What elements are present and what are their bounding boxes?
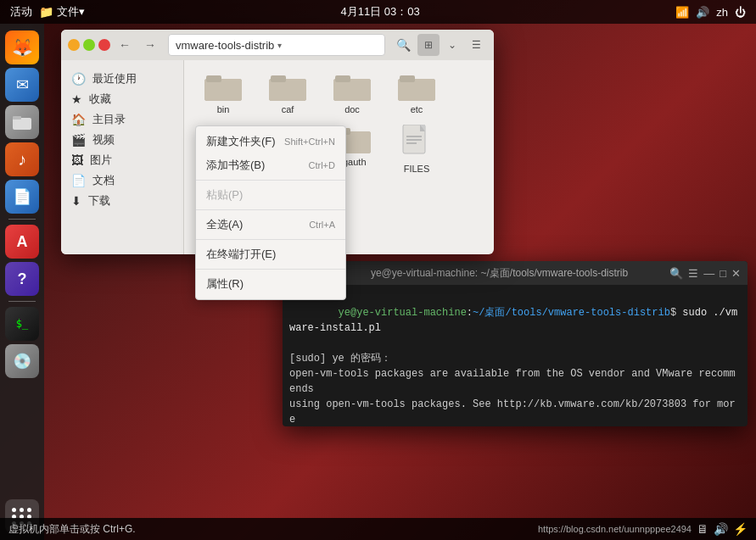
grid-view-button[interactable]: ⊞ bbox=[417, 34, 440, 56]
view-buttons: ⊞ ⌄ ☰ bbox=[417, 34, 487, 56]
context-menu: 新建文件夹(F) Shift+Ctrl+N 添加书签(B) Ctrl+D 粘贴(… bbox=[195, 125, 346, 300]
folder-name-bin: bin bbox=[217, 104, 230, 114]
terminal-line-4: using open-vm-tools packages. See http:/… bbox=[289, 397, 741, 426]
sidebar-item-documents[interactable]: 📄 文档 bbox=[61, 170, 183, 191]
list-view-button[interactable]: ☰ bbox=[465, 34, 487, 56]
ctx-select-all-shortcut: Ctrl+A bbox=[309, 220, 335, 230]
sidebar-label-home: 主目录 bbox=[92, 112, 126, 127]
file-manager-sidebar: 🕐 最近使用 ★ 收藏 🏠 主目录 🎬 视频 bbox=[61, 60, 184, 254]
path-label: vmware-tools-distrib bbox=[176, 39, 274, 52]
terminal-max-icon[interactable]: □ bbox=[720, 267, 726, 280]
search-button[interactable]: 🔍 bbox=[392, 34, 414, 56]
sidebar-item-bookmarks[interactable]: ★ 收藏 bbox=[61, 89, 183, 109]
sound-icon: 🔊 bbox=[696, 6, 709, 19]
forward-button[interactable]: → bbox=[139, 34, 161, 56]
documents-icon: 📄 bbox=[71, 174, 86, 187]
dock: 🦊 ✉ ♪ 📄 A ? $_ 💿 bbox=[0, 24, 44, 540]
terminal-colon-1: : bbox=[467, 307, 473, 319]
sidebar-label-documents: 文档 bbox=[92, 173, 115, 188]
power-icon: ⏻ bbox=[735, 6, 746, 19]
dock-icon-rhythmbox[interactable]: ♪ bbox=[5, 142, 39, 176]
folder-bin[interactable]: bin bbox=[193, 69, 254, 118]
terminal-close-icon[interactable]: ✕ bbox=[731, 267, 741, 280]
video-icon: 🎬 bbox=[71, 133, 86, 147]
svg-rect-4 bbox=[206, 75, 221, 82]
sidebar-section-recent: 🕐 最近使用 ★ 收藏 🏠 主目录 🎬 视频 bbox=[61, 67, 183, 213]
sidebar-item-recent[interactable]: 🕐 最近使用 bbox=[61, 69, 183, 89]
dock-icon-dvd[interactable]: 💿 bbox=[5, 344, 39, 378]
topbar-right: 📶 🔊 zh ⏻ bbox=[675, 6, 746, 19]
dock-icon-software-center[interactable]: A bbox=[5, 225, 39, 259]
downloads-icon: ⬇ bbox=[71, 194, 81, 208]
file-manager-titlebar: − + × ← → vmware-tools-distrib ▾ 🔍 ⊞ ⌄ ☰ bbox=[61, 30, 494, 60]
sidebar-label-downloads: 下载 bbox=[88, 193, 110, 209]
dock-icon-files[interactable] bbox=[5, 105, 39, 139]
sidebar-label-bookmarks: 收藏 bbox=[89, 92, 111, 107]
chevron-button[interactable]: ⌄ bbox=[441, 34, 463, 56]
network-icon: 📶 bbox=[675, 6, 689, 19]
path-bar[interactable]: vmware-tools-distrib ▾ bbox=[168, 34, 385, 56]
ctx-new-folder[interactable]: 新建文件夹(F) Shift+Ctrl+N bbox=[196, 130, 345, 153]
folder-icon-caf bbox=[269, 72, 306, 103]
folder-doc[interactable]: doc bbox=[322, 69, 383, 118]
ctx-select-all-label: 全选(A) bbox=[206, 217, 243, 232]
ctx-separator-1 bbox=[196, 180, 345, 181]
ctx-add-bookmark-shortcut: Ctrl+D bbox=[309, 160, 335, 170]
terminal-prompt-1: ye@ye-virtual-machine bbox=[339, 307, 467, 319]
ctx-separator-3 bbox=[196, 239, 345, 240]
minimize-button[interactable]: − bbox=[68, 39, 80, 51]
file-name-files: FILES bbox=[404, 164, 430, 174]
file-menu[interactable]: 📁 文件▾ bbox=[39, 4, 85, 19]
terminal-min-icon[interactable]: — bbox=[703, 267, 714, 280]
bottombar-icon-2: 🔊 bbox=[714, 522, 728, 536]
dock-separator bbox=[8, 219, 36, 220]
terminal-line-3: open-vm-tools packages are available fro… bbox=[289, 366, 741, 397]
file-files[interactable]: FILES bbox=[386, 121, 447, 177]
sidebar-label-video: 视频 bbox=[92, 132, 115, 148]
dock-icon-firefox[interactable]: 🦊 bbox=[5, 31, 39, 64]
datetime-label: 4月11日 03：03 bbox=[341, 5, 420, 18]
ctx-separator-2 bbox=[196, 209, 345, 210]
dock-icon-terminal[interactable]: $_ bbox=[5, 307, 39, 341]
ctx-paste-label: 粘贴(P) bbox=[206, 187, 243, 203]
sidebar-item-pictures[interactable]: 🖼 图片 bbox=[61, 150, 183, 170]
terminal-titlebar: ye@ye-virtual-machine: ~/桌面/tools/vmware… bbox=[283, 261, 748, 285]
terminal-menu-icon[interactable]: ☰ bbox=[688, 267, 698, 280]
file-menu-label: 文件▾ bbox=[57, 4, 85, 19]
bottombar-icon-1: 🖥 bbox=[697, 522, 708, 536]
ctx-open-terminal[interactable]: 在终端打开(E) bbox=[196, 242, 345, 266]
folder-icon-etc bbox=[398, 72, 435, 103]
sidebar-label-recent: 最近使用 bbox=[92, 71, 137, 86]
terminal-search-icon[interactable]: 🔍 bbox=[669, 267, 683, 280]
close-button[interactable]: × bbox=[98, 39, 110, 51]
terminal-body[interactable]: ye@ye-virtual-machine:~/桌面/tools/vmware-… bbox=[283, 285, 748, 426]
dock-icon-help[interactable]: ? bbox=[5, 262, 39, 296]
bottombar-icons: https://blog.csdn.net/uunnpppee2494 🖥 🔊 … bbox=[538, 522, 748, 536]
ctx-select-all[interactable]: 全选(A) Ctrl+A bbox=[196, 213, 345, 237]
back-button[interactable]: ← bbox=[114, 34, 136, 56]
bottombar-icon-3: ⚡ bbox=[733, 522, 748, 536]
terminal-path-1: ~/桌面/tools/vmware-tools-distrib bbox=[473, 307, 670, 319]
ctx-new-folder-shortcut: Shift+Ctrl+N bbox=[284, 136, 335, 147]
ctx-add-bookmark[interactable]: 添加书签(B) Ctrl+D bbox=[196, 153, 345, 177]
sidebar-item-downloads[interactable]: ⬇ 下载 bbox=[61, 191, 183, 211]
sidebar-item-video[interactable]: 🎬 视频 bbox=[61, 130, 183, 150]
terminal-line-1: ye@ye-virtual-machine:~/桌面/tools/vmware-… bbox=[289, 290, 741, 351]
maximize-button[interactable]: + bbox=[83, 39, 95, 51]
ctx-add-bookmark-label: 添加书签(B) bbox=[206, 158, 265, 173]
bottombar: 虚拟机内部单击或按 Ctrl+G. https://blog.csdn.net/… bbox=[0, 518, 756, 540]
terminal-icon-buttons: 🔍 ☰ — □ ✕ bbox=[669, 267, 741, 280]
folder-caf[interactable]: caf bbox=[257, 69, 318, 118]
ctx-new-folder-label: 新建文件夹(F) bbox=[206, 134, 276, 149]
folder-etc[interactable]: etc bbox=[386, 69, 447, 118]
ctx-properties[interactable]: 属性(R) bbox=[196, 272, 345, 296]
terminal-window: ye@ye-virtual-machine: ~/桌面/tools/vmware… bbox=[283, 261, 748, 426]
folder-name-doc: doc bbox=[344, 104, 360, 114]
lang-indicator[interactable]: zh bbox=[716, 6, 728, 19]
activities-button[interactable]: 活动 bbox=[10, 4, 32, 19]
sidebar-item-home[interactable]: 🏠 主目录 bbox=[61, 109, 183, 130]
svg-rect-1 bbox=[13, 116, 21, 120]
desktop: 活动 📁 文件▾ 4月11日 03：03 📶 🔊 zh ⏻ 🦊 ✉ ♪ 📄 A … bbox=[0, 0, 756, 540]
dock-icon-mail[interactable]: ✉ bbox=[5, 68, 39, 102]
dock-icon-libreoffice[interactable]: 📄 bbox=[5, 180, 39, 214]
